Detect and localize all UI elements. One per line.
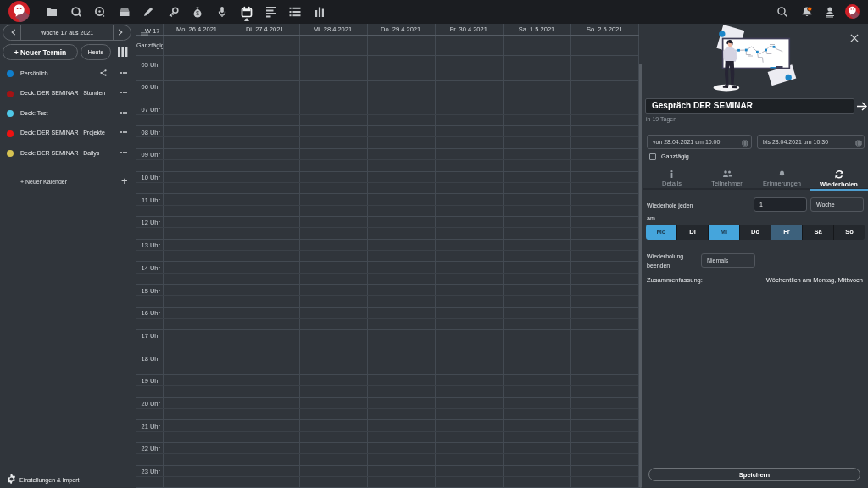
- svg-text:$: $: [196, 10, 199, 16]
